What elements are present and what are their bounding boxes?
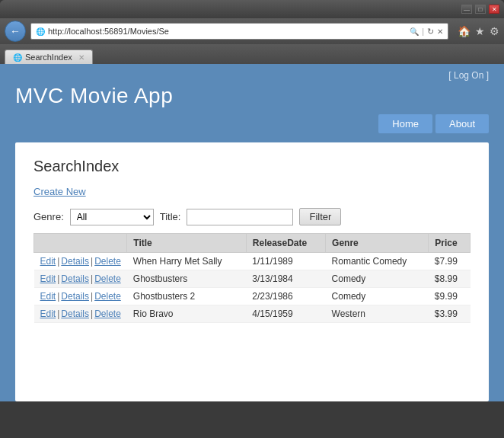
title-input[interactable] [187,209,293,225]
table-row: Edit | Details | DeleteGhostbusters3/13/… [34,270,471,288]
table-row: Edit | Details | DeleteGhostbusters 22/2… [34,288,471,305]
action-separator: | [57,291,59,302]
action-separator: | [91,256,93,267]
action-edit-link[interactable]: Edit [40,309,56,319]
action-details-link[interactable]: Details [61,309,89,319]
filter-button[interactable]: Filter [299,208,341,225]
title-bar: — □ ✕ [0,0,504,18]
minimize-button[interactable]: — [461,5,472,14]
create-new-link[interactable]: Create New [33,186,86,197]
action-separator: | [91,291,93,302]
page-title: SearchIndex [33,158,471,175]
tab-close-icon[interactable]: ✕ [78,53,85,62]
action-delete-link[interactable]: Delete [94,291,121,302]
address-bar[interactable]: 🌐 http://localhost:56891/Movies/Se 🔍 | ↻… [30,23,448,40]
back-button[interactable]: ← [5,21,26,42]
col-price: Price [429,234,471,253]
row-actions: Edit | Details | Delete [34,253,127,270]
col-actions [34,234,127,253]
col-title: Title [127,234,247,253]
col-release-date: ReleaseDate [246,234,325,253]
action-separator: | [57,273,59,284]
row-actions: Edit | Details | Delete [34,288,127,305]
filter-row: Genre: All Comedy Drama Romantic Comedy … [33,208,471,225]
title-label: Title: [160,211,181,222]
row-release-date: 4/15/1959 [246,305,325,323]
action-details-link[interactable]: Details [61,291,89,302]
app-title: MVC Movie App [15,84,489,108]
settings-icon[interactable]: ⚙ [490,25,499,37]
main-content: SearchIndex Create New Genre: All Comedy… [15,142,489,401]
refresh-icon[interactable]: ↻ [427,27,434,37]
log-on-area: [ Log On ] [15,70,489,81]
row-price: $8.99 [429,270,471,288]
close-button[interactable]: ✕ [489,5,499,14]
window-controls: — □ ✕ [461,5,499,14]
action-separator: | [91,309,93,319]
action-edit-link[interactable]: Edit [40,256,56,267]
search-icon: 🔍 [410,27,419,36]
row-release-date: 1/11/1989 [246,253,325,270]
tab-favicon: 🌐 [13,53,22,62]
table-header-row: Title ReleaseDate Genre Price [34,234,471,253]
log-on-link[interactable]: [ Log On ] [448,70,489,81]
app-header: [ Log On ] MVC Movie App Home About [0,64,504,142]
action-edit-link[interactable]: Edit [40,291,56,302]
nav-bar: ← 🌐 http://localhost:56891/Movies/Se 🔍 |… [0,18,504,44]
table-row: Edit | Details | DeleteWhen Harry Met Sa… [34,253,471,270]
row-genre: Western [326,305,429,323]
col-genre: Genre [326,234,429,253]
home-icon[interactable]: 🏠 [458,25,471,37]
row-title: Ghostbusters [127,270,247,288]
tab-bar: 🌐 SearchIndex ✕ [0,44,504,64]
url-text: http://localhost:56891/Movies/Se [48,27,407,36]
movies-table: Title ReleaseDate Genre Price Edit | Det… [33,233,471,323]
row-title: When Harry Met Sally [127,253,247,270]
action-delete-link[interactable]: Delete [94,309,121,319]
action-details-link[interactable]: Details [61,273,89,284]
active-tab[interactable]: 🌐 SearchIndex ✕ [5,50,93,64]
row-title: Ghostbusters 2 [127,288,247,305]
about-nav-button[interactable]: About [435,114,489,133]
maximize-button[interactable]: □ [475,5,486,14]
action-separator: | [91,273,93,284]
row-release-date: 3/13/1984 [246,270,325,288]
genre-select[interactable]: All Comedy Drama Romantic Comedy Western [70,209,154,225]
row-genre: Comedy [326,270,429,288]
action-edit-link[interactable]: Edit [40,273,56,284]
action-separator: | [57,309,59,319]
action-details-link[interactable]: Details [61,256,89,267]
app-wrapper: [ Log On ] MVC Movie App Home About Sear… [0,64,504,401]
row-price: $3.99 [429,305,471,323]
browser-window: — □ ✕ ← 🌐 http://localhost:56891/Movies/… [0,0,504,64]
row-actions: Edit | Details | Delete [34,305,127,323]
app-nav: Home About [15,114,489,133]
home-nav-button[interactable]: Home [378,114,432,133]
action-delete-link[interactable]: Delete [94,273,121,284]
row-price: $7.99 [429,253,471,270]
row-actions: Edit | Details | Delete [34,270,127,288]
action-delete-link[interactable]: Delete [94,256,121,267]
url-icon: 🌐 [36,27,45,36]
row-genre: Comedy [326,288,429,305]
nav-sep: | [422,27,424,36]
row-release-date: 2/23/1986 [246,288,325,305]
tab-label: SearchIndex [25,53,72,62]
row-price: $9.99 [429,288,471,305]
row-title: Rio Bravo [127,305,247,323]
action-separator: | [57,256,59,267]
favorites-icon[interactable]: ★ [475,25,485,37]
table-row: Edit | Details | DeleteRio Bravo4/15/195… [34,305,471,323]
close-nav-icon[interactable]: ✕ [437,27,443,36]
row-genre: Romantic Comedy [326,253,429,270]
browser-nav-icons: 🏠 ★ ⚙ [458,25,499,37]
genre-label: Genre: [33,211,64,222]
